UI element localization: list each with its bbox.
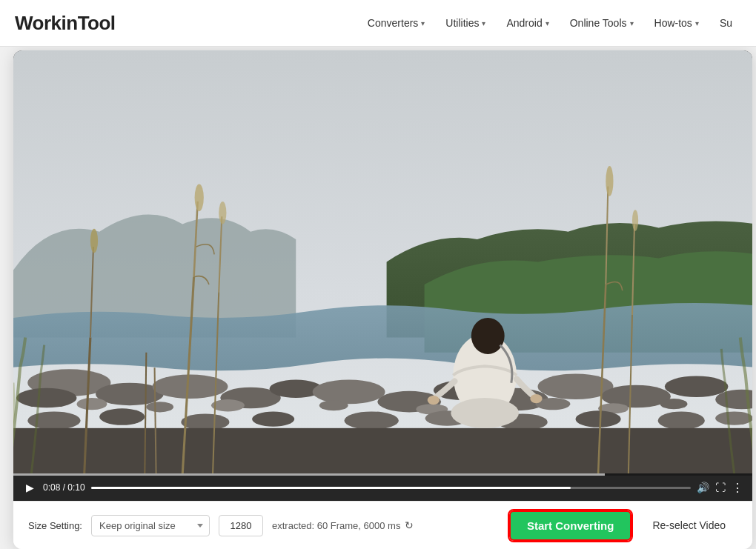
nav-android-label: Android: [506, 17, 542, 29]
nav-online-tools[interactable]: Online Tools ▾: [561, 11, 643, 35]
svg-point-46: [632, 210, 638, 231]
video-seek-bar[interactable]: [13, 473, 752, 476]
volume-icon[interactable]: 🔊: [697, 482, 709, 493]
reselect-video-button[interactable]: Re-select Video: [640, 512, 737, 539]
video-scene: [13, 50, 752, 473]
svg-point-7: [313, 380, 385, 405]
header: WorkinTool Converters ▾ Utilities ▾ Andr…: [0, 0, 756, 47]
svg-point-27: [252, 411, 294, 426]
svg-point-13: [665, 376, 729, 397]
progress-bar[interactable]: [91, 487, 691, 489]
nav-converters-chevron-icon: ▾: [421, 19, 425, 27]
svg-point-23: [660, 399, 688, 409]
svg-point-26: [181, 413, 229, 430]
svg-point-52: [530, 394, 542, 403]
nav-online-tools-label: Online Tools: [570, 17, 627, 29]
nav-converters[interactable]: Converters ▾: [359, 11, 434, 35]
svg-point-43: [606, 166, 613, 196]
svg-point-53: [428, 396, 440, 405]
nav-su-label: Su: [720, 17, 732, 29]
nav-android[interactable]: Android ▾: [497, 11, 557, 35]
time-display: 0:08 / 0:10: [43, 482, 85, 493]
page-background: ▶ 0:08 / 0:10 🔊 ⛶ ⋮ Size Setting: Keep o…: [0, 47, 756, 549]
refresh-icon[interactable]: ↻: [405, 519, 414, 531]
svg-point-15: [77, 398, 107, 410]
logo[interactable]: WorkinTool: [15, 12, 116, 35]
svg-point-51: [471, 318, 505, 354]
svg-point-40: [219, 202, 226, 224]
nav-utilities-label: Utilities: [445, 17, 479, 29]
extracted-info: extracted: 60 Frame, 6000 ms ↻: [272, 519, 414, 531]
bottom-toolbar: Size Setting: Keep original size 720p 10…: [13, 501, 752, 549]
nav-how-tos-chevron-icon: ▾: [695, 19, 699, 27]
nav-how-tos-label: How-tos: [654, 17, 692, 29]
svg-point-32: [658, 411, 705, 429]
extracted-info-text: extracted: 60 Frame, 6000 ms: [272, 520, 400, 531]
nav-su[interactable]: Su: [711, 11, 741, 35]
svg-point-25: [99, 408, 145, 425]
nav-online-tools-chevron-icon: ▾: [630, 19, 634, 27]
svg-point-49: [90, 229, 98, 253]
size-setting-label: Size Setting:: [28, 520, 82, 531]
video-area: [13, 50, 752, 473]
more-options-icon[interactable]: ⋮: [732, 481, 743, 495]
svg-point-16: [146, 402, 173, 412]
video-seek-fill: [13, 473, 605, 476]
svg-point-33: [715, 411, 752, 425]
video-card: ▶ 0:08 / 0:10 🔊 ⛶ ⋮ Size Setting: Keep o…: [13, 50, 752, 549]
fullscreen-icon[interactable]: ⛶: [715, 482, 726, 493]
svg-point-54: [451, 398, 519, 428]
nav-converters-label: Converters: [368, 17, 418, 29]
nav-how-tos[interactable]: How-tos ▾: [646, 11, 708, 35]
width-input[interactable]: [219, 515, 263, 536]
nav-utilities-chevron-icon: ▾: [482, 19, 485, 27]
main-nav: Converters ▾ Utilities ▾ Android ▾ Onlin…: [359, 11, 741, 35]
svg-point-28: [344, 411, 398, 429]
progress-bar-fill: [91, 487, 571, 489]
svg-point-31: [576, 410, 621, 427]
play-button[interactable]: ▶: [22, 480, 37, 495]
svg-point-18: [319, 400, 348, 410]
nav-utilities[interactable]: Utilities ▾: [437, 11, 494, 35]
video-controls: ▶ 0:08 / 0:10 🔊 ⛶ ⋮: [13, 476, 752, 501]
svg-point-17: [211, 399, 245, 411]
svg-point-37: [195, 184, 204, 211]
start-converting-button[interactable]: Start Converting: [509, 510, 632, 541]
nav-android-chevron-icon: ▾: [546, 19, 549, 27]
svg-rect-34: [13, 428, 752, 473]
size-setting-select[interactable]: Keep original size 720p 1080p: [91, 515, 210, 536]
svg-point-3: [16, 388, 77, 408]
